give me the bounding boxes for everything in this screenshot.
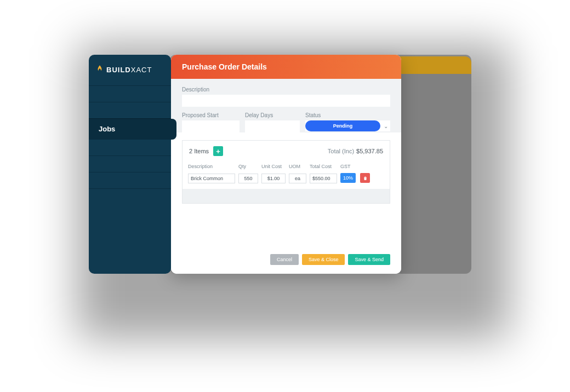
nav-item-label: Jobs xyxy=(99,125,115,133)
col-qty: Qty xyxy=(238,164,258,169)
col-description: Description xyxy=(188,164,235,169)
add-item-button[interactable]: + xyxy=(213,146,223,156)
save-close-button[interactable]: Save & Close xyxy=(302,254,345,265)
window-background-right xyxy=(400,74,471,274)
items-count: 2 Items xyxy=(189,148,209,154)
delay-days-label: Delay Days xyxy=(245,112,300,118)
modal-spacer xyxy=(171,204,401,234)
purchase-order-modal: Purchase Order Details Description Propo… xyxy=(171,55,401,274)
trash-icon xyxy=(363,176,368,181)
total-label: Total (Inc) xyxy=(328,148,354,154)
nav-item-blank-3[interactable] xyxy=(89,139,171,155)
modal-header: Purchase Order Details xyxy=(171,55,401,79)
row-unit-cost-input[interactable] xyxy=(261,174,286,183)
row-qty-input[interactable] xyxy=(238,174,258,183)
nav-item-blank-1[interactable] xyxy=(89,85,171,102)
sidebar: BUILDXACT Jobs xyxy=(89,55,171,274)
save-send-button[interactable]: Save & Send xyxy=(348,254,390,265)
modal-footer: Cancel Save & Close Save & Send xyxy=(171,247,401,274)
nav-item-blank-6[interactable] xyxy=(89,188,171,205)
nav-item-blank-2[interactable] xyxy=(89,102,171,118)
proposed-start-input[interactable] xyxy=(182,120,240,132)
nav-item-blank-4[interactable] xyxy=(89,155,171,172)
nav-item-blank-5[interactable] xyxy=(89,172,171,188)
items-panel: 2 Items + Total (Inc) $5,937.85 Descript… xyxy=(182,140,390,204)
nav-item-jobs[interactable]: Jobs xyxy=(89,118,171,139)
row-gst-button[interactable]: 10% xyxy=(340,173,356,183)
row-delete-button[interactable] xyxy=(360,173,370,183)
row-description-input[interactable] xyxy=(188,174,235,183)
brand-flame-icon xyxy=(96,65,104,74)
table-empty-row xyxy=(183,189,390,203)
status-label: Status xyxy=(305,112,390,118)
row-uom-input[interactable] xyxy=(289,174,306,183)
total-amount: $5,937.85 xyxy=(356,148,383,154)
modal-title: Purchase Order Details xyxy=(182,62,267,71)
nav-list: Jobs xyxy=(89,85,171,205)
brand-logo: BUILDXACT xyxy=(89,55,171,85)
table-row: 10% xyxy=(183,169,390,189)
proposed-start-label: Proposed Start xyxy=(182,112,240,118)
cancel-button[interactable]: Cancel xyxy=(270,254,299,265)
header-back-bar xyxy=(400,56,471,74)
col-unit-cost: Unit Cost xyxy=(261,164,286,169)
col-total-cost: Total Cost xyxy=(310,164,337,169)
items-header: 2 Items + Total (Inc) $5,937.85 xyxy=(183,141,390,162)
status-badge: Pending xyxy=(305,120,380,131)
brand-text: BUILDXACT xyxy=(106,66,152,74)
status-select[interactable]: Pending ⌄ xyxy=(305,120,390,131)
col-uom: UOM xyxy=(289,164,306,169)
chevron-down-icon: ⌄ xyxy=(384,123,388,129)
table-header: Description Qty Unit Cost UOM Total Cost… xyxy=(183,164,390,169)
modal-body: Description Proposed Start Delay Days St… xyxy=(171,79,401,132)
row-total-cost-input[interactable] xyxy=(310,174,337,183)
description-input[interactable] xyxy=(182,95,390,107)
items-total: Total (Inc) $5,937.85 xyxy=(328,148,383,154)
description-label: Description xyxy=(182,87,390,93)
col-gst: GST xyxy=(340,164,357,169)
delay-days-input[interactable] xyxy=(245,120,300,132)
